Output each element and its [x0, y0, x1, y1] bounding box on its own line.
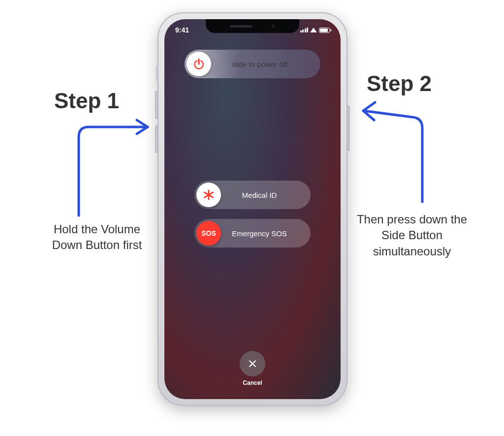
slide-to-power-off[interactable]: slide to power off [185, 50, 320, 78]
medical-id-label: Medical ID [223, 191, 311, 199]
front-camera [271, 24, 275, 28]
cancel-area: Cancel [240, 351, 265, 386]
cancel-button[interactable] [240, 351, 265, 376]
status-time: 9:41 [175, 26, 189, 34]
step-2-description: Then press down the Side Button simultan… [355, 212, 469, 259]
volume-down-button[interactable] [155, 125, 158, 153]
volume-up-button[interactable] [155, 91, 158, 119]
battery-icon [319, 28, 330, 33]
cancel-label: Cancel [243, 379, 262, 386]
emergency-sos-label: Emergency SOS [223, 229, 311, 238]
iphone-device-frame: 9:41 slide to power off Medical [158, 12, 347, 406]
emergency-sos-slider[interactable]: SOS Emergency SOS [194, 219, 311, 248]
step-2-arrow [353, 98, 437, 214]
step-2-title: Step 2 [367, 71, 432, 96]
silent-switch[interactable] [156, 66, 158, 81]
wifi-icon [310, 28, 317, 32]
step-1-title: Step 1 [54, 89, 119, 113]
earpiece-speaker [230, 25, 252, 28]
sos-icon: SOS [196, 221, 221, 246]
instruction-diagram: Step 1 Hold the Volume Down Button first… [0, 0, 504, 436]
close-icon [248, 359, 257, 369]
phone-screen: 9:41 slide to power off Medical [164, 19, 341, 399]
medical-asterisk-icon [196, 183, 221, 207]
power-off-label: slide to power off [213, 60, 320, 68]
medical-id-slider[interactable]: Medical ID [194, 181, 311, 209]
side-button[interactable] [347, 106, 350, 151]
power-icon [187, 52, 211, 76]
status-icons [300, 28, 330, 33]
notch [206, 19, 299, 33]
cellular-signal-icon [300, 28, 309, 32]
